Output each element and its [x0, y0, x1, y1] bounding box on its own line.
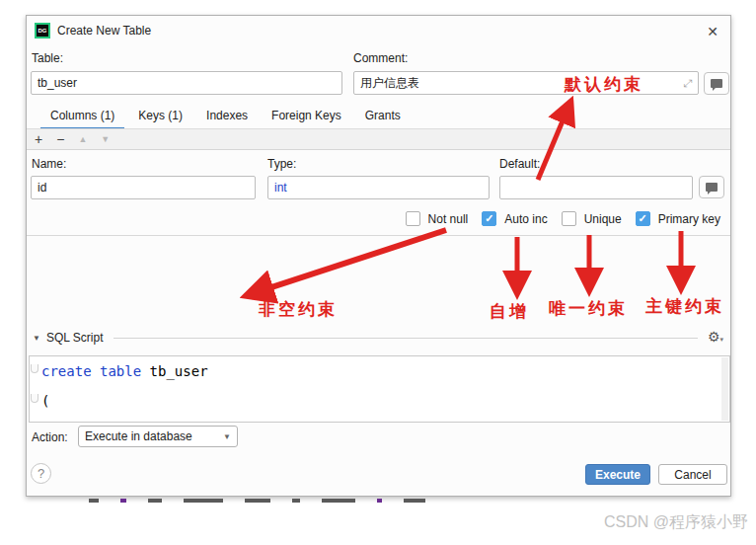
unique-checkbox[interactable]: [562, 211, 576, 226]
default-bubble-button[interactable]: [699, 176, 724, 198]
comment-input[interactable]: 用户信息表 ⤢: [353, 71, 699, 95]
table-label: Table:: [32, 51, 63, 65]
editor-scrollbar[interactable]: [721, 357, 728, 421]
constraint-checkbox-row: Not null ✓ Auto inc Unique ✓ Primary key: [406, 211, 720, 226]
screen: DG Create New Table ✕ Table: tb_user Com…: [0, 0, 756, 545]
watermark-text: CSDN @程序猿小野: [604, 512, 748, 533]
auto-inc-checkbox[interactable]: ✓: [482, 211, 496, 226]
annotation-not-null: 非空约束: [259, 298, 338, 321]
default-label: Default:: [499, 157, 540, 171]
primary-key-label: Primary key: [658, 212, 720, 226]
close-icon[interactable]: ✕: [703, 22, 722, 41]
sql-identifier: tb_user: [141, 363, 207, 379]
datagrip-icon: DG: [35, 23, 50, 39]
gear-icon[interactable]: ⚙▾: [708, 329, 723, 345]
annotation-unique: 唯一约束: [549, 297, 628, 320]
comment-bubble-button[interactable]: [704, 72, 729, 95]
sql-script-title: SQL Script: [46, 331, 104, 345]
annotation-auto-inc: 自增: [490, 300, 529, 323]
background-window-remnant: [89, 499, 425, 504]
auto-inc-label: Auto inc: [504, 212, 547, 226]
dialog-titlebar[interactable]: DG Create New Table ✕: [27, 16, 730, 45]
not-null-checkbox[interactable]: [406, 211, 420, 226]
help-button[interactable]: ?: [31, 463, 51, 484]
move-down-button[interactable]: ▼: [101, 135, 110, 144]
move-up-button[interactable]: ▲: [78, 135, 87, 144]
collapse-triangle-icon[interactable]: ▼: [33, 334, 40, 343]
sql-keyword: create table: [41, 363, 141, 379]
tab-columns[interactable]: Columns (1): [38, 105, 126, 130]
remove-column-button[interactable]: −: [56, 132, 64, 146]
action-select[interactable]: Execute in database ▼: [78, 426, 238, 447]
sql-editor[interactable]: create table tb_user (: [29, 355, 730, 423]
default-value-input[interactable]: [499, 176, 693, 199]
header-rule: [113, 338, 698, 339]
fold-marker-icon[interactable]: [31, 364, 38, 373]
execute-button[interactable]: Execute: [585, 464, 650, 485]
tab-foreign-keys[interactable]: Foreign Keys: [260, 105, 353, 130]
unique-label: Unique: [584, 212, 622, 226]
expand-icon[interactable]: ⤢: [683, 77, 692, 90]
panel-divider: [27, 235, 730, 236]
cancel-button[interactable]: Cancel: [658, 464, 727, 485]
type-label: Type:: [267, 157, 296, 171]
comment-value: 用户信息表: [360, 75, 419, 92]
table-name-input[interactable]: tb_user: [31, 71, 342, 95]
comment-label: Comment:: [353, 51, 408, 65]
code-line-2: (: [41, 393, 49, 409]
code-line-1: create table tb_user: [41, 363, 208, 379]
chevron-down-icon: ▼: [223, 432, 231, 441]
not-null-label: Not null: [428, 212, 469, 226]
primary-key-checkbox[interactable]: ✓: [636, 211, 650, 226]
tab-grants[interactable]: Grants: [353, 105, 413, 130]
tab-bar: Columns (1) Keys (1) Indexes Foreign Key…: [38, 105, 413, 130]
tab-indexes[interactable]: Indexes: [194, 105, 260, 130]
action-selected-value: Execute in database: [85, 429, 192, 443]
name-label: Name:: [32, 157, 66, 171]
action-label: Action:: [32, 430, 68, 444]
annotation-default-constraint: 默认约束: [565, 73, 643, 96]
column-name-input[interactable]: id: [31, 176, 256, 199]
tab-keys[interactable]: Keys (1): [126, 105, 194, 130]
columns-toolbar: + − ▲ ▼: [27, 128, 730, 150]
speech-bubble-icon: [711, 79, 722, 88]
dialog-title: Create New Table: [57, 24, 151, 38]
sql-script-header: ▼ SQL Script ⚙▾: [33, 330, 723, 346]
annotation-primary-key: 主键约束: [645, 295, 724, 318]
column-type-input[interactable]: int: [267, 176, 490, 199]
speech-bubble-icon: [706, 183, 718, 192]
fold-marker-icon[interactable]: [31, 394, 38, 403]
add-column-button[interactable]: +: [35, 132, 42, 146]
